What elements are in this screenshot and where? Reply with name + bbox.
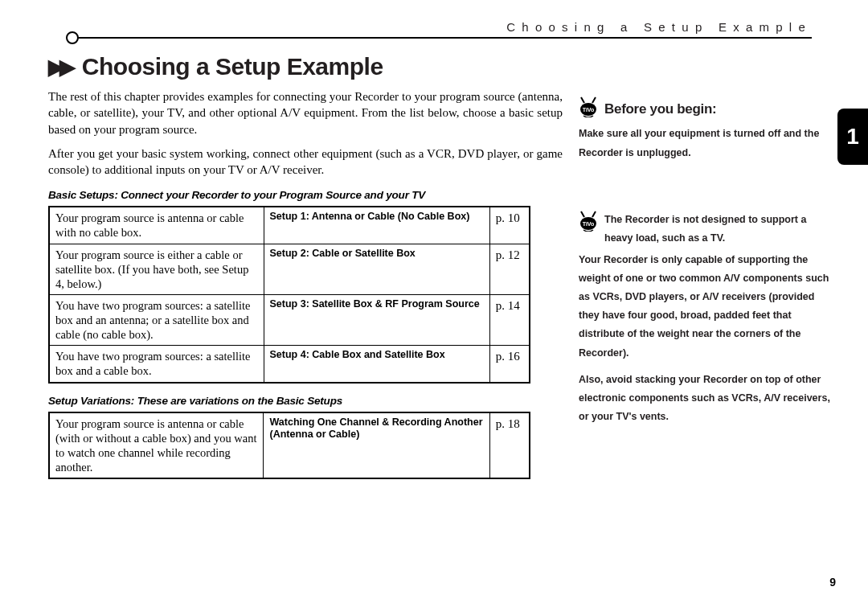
note-body: Your Recorder is only capable of support… xyxy=(579,251,836,363)
table-row: Your program source is either a cable or… xyxy=(49,244,530,294)
before-you-begin-heading: Before you begin: xyxy=(604,96,716,121)
intro-paragraph-2: After you get your basic system working,… xyxy=(48,146,563,178)
header-rule xyxy=(48,37,812,48)
svg-text:TiVo: TiVo xyxy=(583,107,595,113)
manual-page: Choosing a Setup Example ▶▶ Choosing a S… xyxy=(0,0,868,603)
running-head: Choosing a Setup Example xyxy=(48,20,812,34)
table-row: Your program source is antenna or cable … xyxy=(49,412,530,479)
variations-label: Setup Variations: These are variations o… xyxy=(48,395,563,407)
svg-line-2 xyxy=(581,97,584,103)
intro-paragraph-1: The rest of this chapter provides exampl… xyxy=(48,88,563,137)
main-column: The rest of this chapter provides exampl… xyxy=(48,88,571,479)
sidebar-column: TiVo Before you begin: Make sure all you… xyxy=(571,88,836,434)
tivo-icon: TiVo xyxy=(579,211,598,232)
chapter-tab: 1 xyxy=(837,109,868,165)
variations-table: Your program source is antenna or cable … xyxy=(48,412,530,480)
forward-icon: ▶▶ xyxy=(48,55,71,80)
basic-setups-table: Your program source is antenna or cable … xyxy=(48,206,530,383)
svg-line-6 xyxy=(581,211,584,217)
basic-setups-label: Basic Setups: Connect your Recorder to y… xyxy=(48,189,563,201)
table-row: You have two program sources: a satellit… xyxy=(49,294,530,345)
note-also: Also, avoid stacking your Recorder on to… xyxy=(579,371,836,426)
page-title-text: Choosing a Setup Example xyxy=(82,53,383,80)
page-number: 9 xyxy=(829,576,836,589)
before-you-begin-text: Make sure all your equipment is turned o… xyxy=(579,125,836,162)
table-row: You have two program sources: a satellit… xyxy=(49,346,530,383)
svg-text:TiVo: TiVo xyxy=(583,221,595,227)
tivo-icon: TiVo xyxy=(579,96,598,117)
svg-line-7 xyxy=(592,211,596,217)
sidebar-note: TiVo The Recorder is not designed to sup… xyxy=(579,211,836,248)
note-lead: The Recorder is not designed to support … xyxy=(604,211,836,248)
page-title: ▶▶ Choosing a Setup Example xyxy=(48,53,836,80)
svg-line-3 xyxy=(592,97,596,103)
table-row: Your program source is antenna or cable … xyxy=(49,207,530,244)
